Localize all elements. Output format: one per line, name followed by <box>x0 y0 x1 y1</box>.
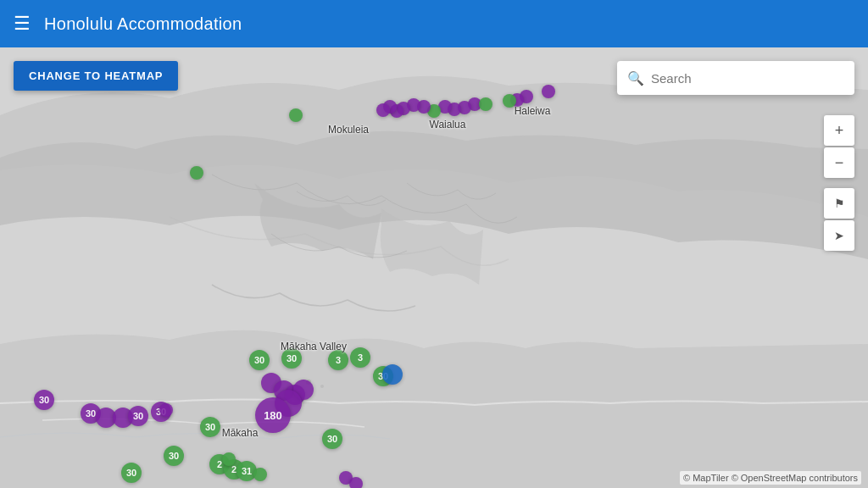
map-marker[interactable]: 30 <box>128 406 148 426</box>
map-controls: + − ⚑ ➤ <box>824 115 854 251</box>
map-marker[interactable] <box>253 468 267 481</box>
map-marker[interactable] <box>289 108 303 122</box>
map-marker[interactable] <box>349 477 363 488</box>
place-label-haleiwa: Haleiwa <box>515 105 551 117</box>
map-marker[interactable]: 180 <box>255 397 291 433</box>
map-attribution: © MapTiler © OpenStreetMap contributors <box>680 471 861 485</box>
map-marker[interactable]: 30 <box>34 390 54 410</box>
zoom-out-button[interactable]: − <box>824 147 854 178</box>
heatmap-toggle-button[interactable]: CHANGE TO HEATMAP <box>14 61 178 91</box>
map-marker[interactable]: 3 <box>328 350 348 370</box>
map-marker[interactable] <box>376 103 390 117</box>
layers-button[interactable]: ⚑ <box>824 188 854 219</box>
search-input[interactable] <box>651 71 844 86</box>
map-marker[interactable] <box>542 85 555 98</box>
map-marker[interactable]: 30 <box>322 429 342 449</box>
app-title: Honolulu Accommodation <box>44 14 242 34</box>
map-marker[interactable] <box>159 403 173 417</box>
place-label-makaha: Mākaha <box>222 427 259 439</box>
map-container[interactable]: 303033301803030303022313030303030 Haleiw… <box>0 47 868 488</box>
map-marker[interactable] <box>190 166 203 180</box>
map-marker[interactable]: 30 <box>121 463 142 483</box>
zoom-in-button[interactable]: + <box>824 115 854 146</box>
map-marker[interactable]: 3 <box>350 347 370 368</box>
map-marker[interactable] <box>382 364 403 385</box>
map-marker[interactable] <box>222 452 236 466</box>
map-marker[interactable] <box>479 97 492 111</box>
place-label-mokuleia: Mokuleia <box>328 124 369 136</box>
place-label-waialua: Waialua <box>430 119 466 130</box>
app-header: ☰ Honolulu Accommodation <box>0 0 868 47</box>
map-marker[interactable]: 30 <box>164 446 184 466</box>
search-icon: 🔍 <box>627 70 644 86</box>
map-marker[interactable]: 30 <box>200 417 220 437</box>
place-label-makaha-valley: Mākaha Valley <box>281 341 347 352</box>
search-box: 🔍 <box>617 61 854 95</box>
svg-point-2 <box>320 385 324 388</box>
menu-icon[interactable]: ☰ <box>14 13 31 35</box>
map-marker[interactable]: 30 <box>249 350 270 370</box>
location-button[interactable]: ➤ <box>824 220 854 251</box>
